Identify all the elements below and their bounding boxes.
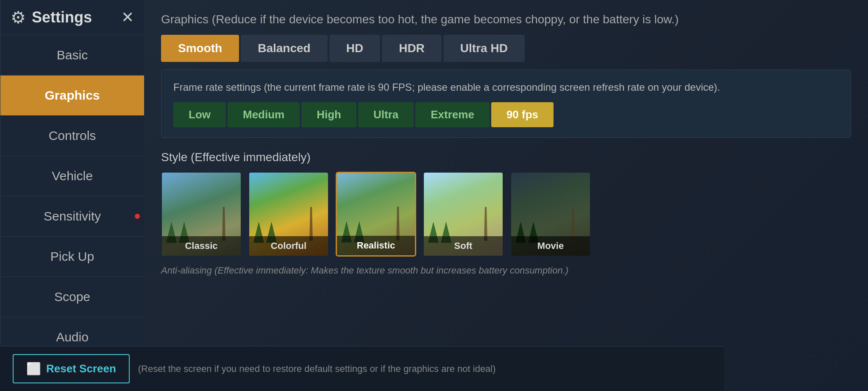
quality-btn-balanced[interactable]: Balanced: [241, 35, 328, 62]
quality-btn-hd[interactable]: HD: [329, 35, 380, 62]
settings-header: ⚙ Settings ✕: [0, 0, 144, 35]
style-card-colorful[interactable]: Colorful: [248, 172, 329, 257]
style-label-soft: Soft: [424, 236, 503, 256]
style-card-movie[interactable]: Movie: [510, 172, 591, 257]
style-title: Style (Effective immediately): [161, 151, 851, 164]
sidebar-item-scope[interactable]: Scope: [0, 277, 144, 317]
fps-btn-low[interactable]: Low: [173, 102, 226, 127]
style-label-movie: Movie: [511, 236, 590, 256]
close-icon[interactable]: ✕: [121, 8, 134, 26]
style-card-classic[interactable]: Classic: [161, 172, 242, 257]
style-card-realistic[interactable]: Realistic: [336, 172, 416, 257]
sidebar-item-controls[interactable]: Controls: [0, 116, 144, 156]
sidebar-item-pickup[interactable]: Pick Up: [0, 237, 144, 277]
fps-btn-medium[interactable]: Medium: [228, 102, 300, 127]
style-label-classic: Classic: [162, 236, 241, 256]
sidebar-item-graphics[interactable]: Graphics: [0, 75, 144, 116]
main-content: Graphics (Reduce if the device becomes t…: [144, 0, 868, 391]
fps-btn-high[interactable]: High: [301, 102, 356, 127]
fps-btn-extreme[interactable]: Extreme: [415, 102, 490, 127]
fps-btn-90fps[interactable]: 90 fps: [491, 102, 554, 127]
colorful-tower: [307, 207, 315, 241]
classic-tower: [220, 207, 228, 241]
realistic-tower: [394, 207, 402, 240]
settings-title: Settings: [32, 8, 115, 26]
framerate-title: Frame rate settings (the current frame r…: [173, 80, 839, 95]
gear-icon: ⚙: [11, 8, 26, 27]
sidebar: ⚙ Settings ✕ Basic Graphics Controls Veh…: [0, 0, 144, 391]
quality-btn-ultra-hd[interactable]: Ultra HD: [443, 35, 525, 62]
soft-tower: [481, 207, 490, 241]
style-label-colorful: Colorful: [249, 236, 328, 256]
reset-screen-desc: (Reset the screen if you need to restore…: [144, 363, 496, 374]
sensitivity-dot: [135, 214, 140, 219]
framerate-buttons: Low Medium High Ultra Extreme 90 fps: [173, 102, 839, 127]
movie-tower: [569, 207, 577, 241]
quality-btn-hdr[interactable]: HDR: [382, 35, 442, 62]
quality-buttons: Smooth Balanced HD HDR Ultra HD: [161, 35, 851, 62]
framerate-box: Frame rate settings (the current frame r…: [161, 70, 851, 138]
style-label-realistic: Realistic: [337, 236, 415, 255]
sidebar-item-sensitivity[interactable]: Sensitivity: [0, 196, 144, 237]
quality-btn-smooth[interactable]: Smooth: [161, 35, 239, 62]
antialiasing-hint: Anti-aliasing (Effective immediately: Ma…: [161, 265, 851, 276]
style-card-soft[interactable]: Soft: [423, 172, 504, 257]
fps-btn-ultra[interactable]: Ultra: [358, 102, 414, 127]
graphics-quality-title: Graphics (Reduce if the device becomes t…: [161, 13, 851, 26]
nav-items: Basic Graphics Controls Vehicle Sensitiv…: [0, 35, 144, 391]
style-cards: Classic Colorful Realistic: [161, 172, 851, 257]
sidebar-item-basic[interactable]: Basic: [0, 35, 144, 75]
sidebar-item-vehicle[interactable]: Vehicle: [0, 156, 144, 196]
bottom-bar: ⬜ Reset Screen (Reset the screen if you …: [144, 346, 724, 391]
